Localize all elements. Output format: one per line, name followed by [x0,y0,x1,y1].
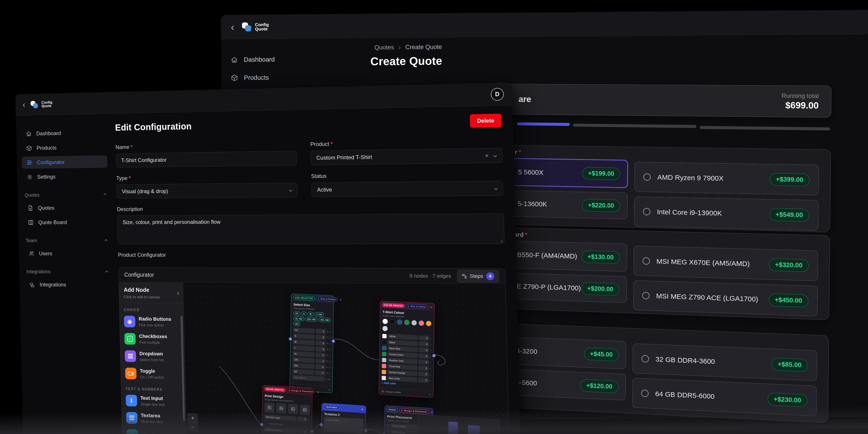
sidebar-item-products[interactable]: Products [231,71,352,84]
edit-icon[interactable]: ✎ [326,360,328,363]
option-value-input[interactable]: 0 [418,353,429,359]
remove-icon[interactable]: × [430,349,431,352]
avatar[interactable]: D [491,88,504,101]
edit-icon[interactable]: ✎ [326,372,328,375]
sidebar-item-products[interactable]: Products [22,141,107,154]
remove-icon[interactable]: × [430,373,431,376]
option-value-input[interactable]: 0 [418,341,429,347]
option-card[interactable]: MSI MEG X670E (AM5/AMD) +$320.00 [633,246,818,281]
add-option-icon[interactable]: + [329,377,330,381]
type-select[interactable]: Visual (drag & drop) [116,183,298,199]
color-dot[interactable] [404,320,410,326]
clear-icon[interactable]: × [485,152,489,159]
edit-icon[interactable]: ✎ [327,354,329,357]
size-chip[interactable]: 3XL +$6 [318,317,331,322]
edit-icon[interactable]: ✎ [326,378,328,381]
edit-icon[interactable]: ✎ [327,342,329,345]
option-name-input[interactable]: Navy Blue [388,346,418,352]
color-dot[interactable] [382,318,388,324]
palette-item-dropdown[interactable]: DropdownSelect from list [120,347,185,366]
option-name-input[interactable]: 3XL [292,363,314,369]
option-card[interactable]: 32 GB DDR4-3600 +$85.00 [632,343,817,381]
remove-icon[interactable]: × [430,343,431,346]
color-swatch[interactable] [381,364,386,368]
remove-icon[interactable]: × [329,337,331,339]
color-swatch[interactable] [382,351,386,356]
edit-icon[interactable]: ✎ [327,336,329,339]
edit-icon[interactable]: ✎ [327,331,329,333]
remove-icon[interactable]: × [329,372,330,375]
sidebar-item-dashboard[interactable]: Dashboard [230,53,352,65]
option-value-input[interactable]: 0 [418,377,429,383]
color-dot[interactable] [411,320,417,326]
color-dot[interactable] [390,319,395,325]
palette-item-text-input[interactable]: I Text InputSingle-line text [121,392,186,410]
option-value-input[interactable]: 0 [418,360,429,365]
color-dot[interactable] [382,326,388,332]
collapse-icon[interactable]: ‹ [177,289,179,297]
breadcrumb-quotes[interactable]: Quotes [374,43,394,51]
delete-button[interactable]: Delete [470,114,502,128]
product-select[interactable]: Custom Printed T-Shirt × [311,148,503,165]
sidebar-item-quotes[interactable]: Quotes [23,202,108,214]
option-name-input[interactable]: Sunset Orange [387,370,417,376]
sidebar-item-settings[interactable]: Settings [22,170,108,183]
sidebar-section-integrations[interactable]: Integrations [26,269,108,275]
remove-icon[interactable]: × [430,367,431,370]
color-swatch[interactable] [382,340,387,344]
back-icon[interactable]: ‹ [231,22,234,32]
option-name-input[interactable]: Heather Grey [388,358,418,364]
remove-icon[interactable]: × [329,348,331,351]
remove-icon[interactable]: × [329,360,331,363]
connection-handle[interactable] [432,354,436,357]
remove-icon[interactable]: × [430,379,431,382]
connection-handle[interactable] [332,340,335,343]
edit-icon[interactable]: ✎ [326,366,328,369]
size-chip[interactable]: L +$3 [314,312,324,317]
remove-icon[interactable]: × [430,355,431,358]
resize-handle[interactable] [499,239,503,243]
remove-icon[interactable]: × [430,337,432,340]
sidebar-item-integrations[interactable]: Integrations [24,278,110,291]
back-icon[interactable]: ‹ [23,101,25,109]
add-option-input[interactable]: Add option... [292,375,324,381]
sidebar-item-quote-board[interactable]: Quote Board [23,216,109,228]
remove-icon[interactable]: × [330,331,331,333]
size-chip[interactable]: 4xl [293,321,301,326]
status-select[interactable]: Active [311,181,503,197]
sidebar-item-configurator[interactable]: Configurator [22,155,107,168]
option-card[interactable]: Intel Core i9-13900K +$549.00 [634,196,819,231]
palette-item-checkboxes[interactable]: ✓ CheckboxesPick multiple [120,330,184,348]
option-name-input[interactable]: Forest Green [388,352,418,358]
close-icon[interactable]: × [316,391,320,394]
color-dot[interactable] [426,320,432,327]
option-name-input[interactable]: 2XL [292,357,314,363]
node-color-swatch[interactable]: COLOR SWATCH 1. Size & Colour × T-Shirt … [379,301,434,398]
size-chip[interactable]: XL +$2 [293,316,304,321]
option-value-input[interactable]: 6 [315,364,325,370]
color-dot[interactable] [397,319,402,325]
option-value-input[interactable]: 4 [315,358,326,364]
option-value-input[interactable]: 0 [418,347,429,353]
color-swatch[interactable] [382,358,386,362]
color-swatch[interactable] [382,346,387,350]
steps-button[interactable]: Steps 4 [457,270,499,283]
remove-icon[interactable]: × [329,366,330,369]
color-swatch[interactable] [381,370,386,375]
option-name-input[interactable]: Black [388,340,418,346]
option-name-input[interactable]: White [388,334,418,340]
option-value-input[interactable]: 0 [315,370,325,376]
option-name-input[interactable]: New Color [387,376,417,382]
option-name-input[interactable]: S [293,333,315,339]
sidebar-item-users[interactable]: Users [24,247,110,260]
remove-icon[interactable]: × [430,361,431,364]
remove-icon[interactable]: × [329,342,331,345]
option-value-input[interactable]: 2 [418,371,429,377]
option-name-input[interactable]: M [293,339,315,345]
remove-icon[interactable]: × [329,354,331,357]
option-value-input[interactable]: 0 [419,335,429,341]
sidebar-item-dashboard[interactable]: Dashboard [21,126,107,140]
palette-item-radio-buttons[interactable]: ◉ Radio ButtonsPick one option [120,313,184,331]
color-dot[interactable] [418,320,424,326]
option-name-input[interactable]: Coral Red [387,364,417,370]
